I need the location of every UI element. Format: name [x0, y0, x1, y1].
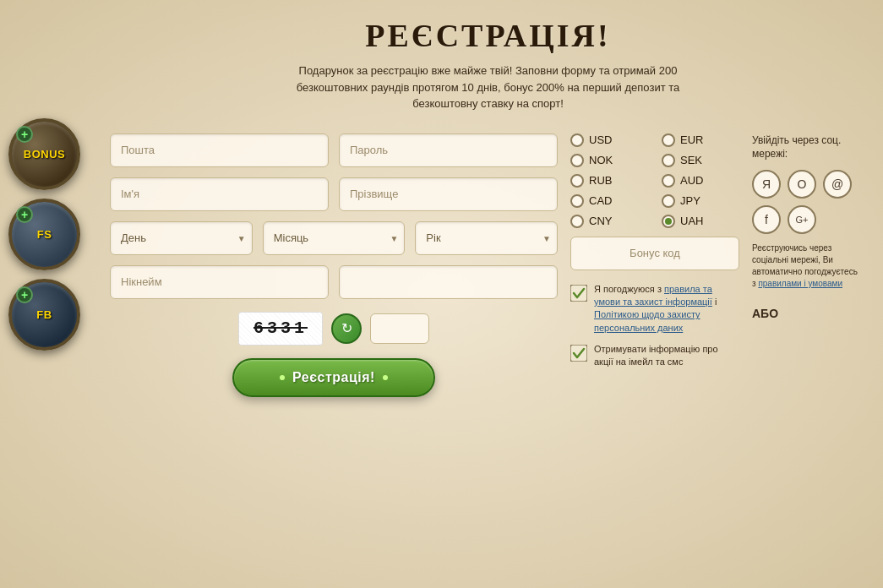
- promo-checkbox-item: Отримувати інформацію про акції на імейл…: [570, 343, 739, 369]
- social-desc: Реєструючись через соціальні мережі, Ви …: [752, 242, 862, 290]
- captcha-image: 6331: [238, 312, 323, 346]
- currency-cad-label: CAD: [589, 194, 612, 207]
- radio-nok[interactable]: [570, 154, 584, 167]
- odnoklassniki-social-icon[interactable]: О: [788, 170, 816, 199]
- terms-link[interactable]: правила та умови та захист інформації: [594, 284, 712, 307]
- yandex-social-icon[interactable]: Я: [752, 170, 781, 199]
- lastname-field[interactable]: [339, 177, 558, 211]
- radio-eur[interactable]: [662, 133, 675, 147]
- captcha-input[interactable]: [370, 313, 429, 344]
- currency-uah-label: UAH: [680, 215, 703, 227]
- currency-rub[interactable]: RUB: [570, 174, 648, 188]
- left-sidebar: + BONUS + FS + FB: [8, 118, 80, 351]
- nickname-phone-row: +380: [110, 265, 558, 299]
- year-select[interactable]: Рік2024202320222021202020192018201720162…: [415, 221, 558, 255]
- currency-aud[interactable]: AUD: [662, 174, 739, 188]
- currency-usd-label: USD: [589, 133, 612, 146]
- captcha-row: 6331 ↻: [238, 312, 429, 346]
- fs-badge-label: FS: [37, 228, 52, 241]
- currency-nok[interactable]: NOK: [570, 154, 648, 167]
- currency-jpy-label: JPY: [680, 194, 700, 207]
- fb-plus-icon: +: [16, 286, 33, 303]
- radio-cad[interactable]: [570, 194, 584, 208]
- radio-jpy[interactable]: [662, 194, 675, 208]
- subtitle-text: Подарунок за реєстрацію вже майже твій! …: [269, 63, 708, 112]
- fb-badge-label: FB: [36, 308, 52, 321]
- currency-aud-label: AUD: [680, 174, 703, 187]
- year-select-wrapper: Рік2024202320222021202020192018201720162…: [415, 221, 558, 255]
- nickname-field[interactable]: [110, 265, 329, 299]
- bonus-badge[interactable]: + BONUS: [8, 118, 80, 190]
- fb-badge[interactable]: + FB: [8, 279, 80, 351]
- currency-cad[interactable]: CAD: [570, 194, 648, 208]
- bonus-code-field[interactable]: [570, 237, 739, 270]
- form-currency-social: День123456789101112131415161718192021222…: [110, 133, 866, 397]
- email-password-row: [110, 133, 558, 167]
- page-title: РЕЄСТРАЦІЯ!: [110, 17, 866, 54]
- bottom-section: 6331 ↻ Реєстрація!: [110, 312, 558, 397]
- promo-text: Отримувати інформацію про акції на імейл…: [594, 343, 739, 369]
- day-select-wrapper: День123456789101112131415161718192021222…: [110, 221, 253, 255]
- privacy-link[interactable]: Політикою щодо захисту персональних дани…: [594, 309, 700, 332]
- captcha-refresh-button[interactable]: ↻: [331, 313, 362, 344]
- currency-sek[interactable]: SEK: [662, 154, 739, 167]
- currency-usd[interactable]: USD: [570, 133, 648, 147]
- social-title: Увійдіть через соц. мережі:: [752, 133, 862, 162]
- radio-rub[interactable]: [570, 174, 584, 188]
- or-separator: АБО: [752, 307, 778, 320]
- register-button[interactable]: Реєстрація!: [232, 358, 435, 397]
- currency-nok-label: NOK: [589, 154, 613, 166]
- currency-grid: USD EUR NOK SEK RUB: [570, 133, 739, 228]
- social-terms-link[interactable]: правилами і умовами: [758, 279, 842, 288]
- fs-plus-icon: +: [16, 206, 33, 223]
- email-field[interactable]: [110, 133, 329, 167]
- checkbox-section: Я погоджуюся з правила та умови та захис…: [570, 283, 739, 369]
- google-plus-social-icon[interactable]: G+: [788, 205, 816, 234]
- firstname-field[interactable]: [110, 177, 329, 211]
- phone-field[interactable]: +380: [339, 265, 558, 299]
- terms-checkbox-icon[interactable]: [570, 285, 587, 302]
- password-field[interactable]: [339, 133, 558, 167]
- name-row: [110, 177, 558, 211]
- currency-jpy[interactable]: JPY: [662, 194, 739, 208]
- radio-cny[interactable]: [570, 215, 584, 228]
- currency-rub-label: RUB: [589, 174, 612, 187]
- fs-badge[interactable]: + FS: [8, 199, 80, 270]
- currency-uah[interactable]: UAH: [662, 215, 739, 228]
- currency-cny[interactable]: CNY: [570, 215, 648, 228]
- facebook-social-icon[interactable]: f: [752, 205, 781, 234]
- social-icons-row: Я О @ f G+: [752, 170, 862, 234]
- day-select[interactable]: День123456789101112131415161718192021222…: [110, 221, 253, 255]
- bonus-plus-icon: +: [16, 126, 33, 143]
- registration-form: День123456789101112131415161718192021222…: [110, 133, 558, 397]
- radio-aud[interactable]: [662, 174, 675, 188]
- register-button-label: Реєстрація!: [292, 370, 375, 384]
- btn-dot-left: [280, 375, 285, 380]
- currency-eur[interactable]: EUR: [662, 133, 739, 147]
- currency-sek-label: SEK: [680, 154, 702, 166]
- social-section: Увійдіть через соц. мережі: Я О @ f G+ Р…: [752, 133, 862, 291]
- social-or-wrapper: Увійдіть через соц. мережі: Я О @ f G+ Р…: [752, 133, 862, 321]
- currency-eur-label: EUR: [680, 133, 703, 146]
- radio-usd[interactable]: [570, 133, 584, 147]
- month-select[interactable]: Місяць МісяцьСіченьЛютийБерезеньКвітеньТ…: [263, 221, 406, 255]
- main-content: РЕЄСТРАЦІЯ! Подарунок за реєстрацію вже …: [93, 0, 883, 588]
- terms-text: Я погоджуюся з правила та умови та захис…: [594, 283, 739, 335]
- currency-section: USD EUR NOK SEK RUB: [570, 133, 739, 378]
- dob-row: День123456789101112131415161718192021222…: [110, 221, 558, 255]
- bonus-badge-label: BONUS: [24, 148, 65, 161]
- currency-cny-label: CNY: [589, 215, 612, 227]
- radio-sek[interactable]: [662, 154, 675, 167]
- promo-checkbox-icon[interactable]: [570, 345, 587, 362]
- mail-social-icon[interactable]: @: [823, 170, 852, 199]
- btn-dot-right: [383, 375, 388, 380]
- month-select-wrapper: Місяць МісяцьСіченьЛютийБерезеньКвітеньТ…: [263, 221, 406, 255]
- radio-uah[interactable]: [662, 215, 675, 228]
- terms-checkbox-item: Я погоджуюся з правила та умови та захис…: [570, 283, 739, 335]
